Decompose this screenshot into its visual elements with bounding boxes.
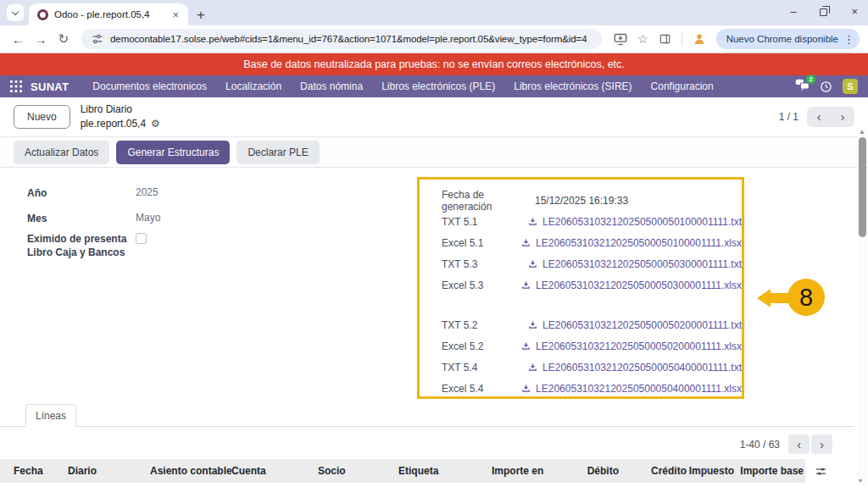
side-panel-icon[interactable]	[659, 33, 671, 45]
file-download-link[interactable]: LE2060531032120250500050100001111.xlsx	[521, 237, 742, 249]
tab-search-button[interactable]	[7, 4, 24, 21]
app-brand[interactable]: SUNAT	[31, 80, 69, 93]
optional-columns-button[interactable]	[805, 459, 837, 483]
window-restore-button[interactable]	[820, 8, 827, 16]
gear-icon[interactable]: ⚙	[151, 117, 160, 131]
messages-button[interactable]: 2	[795, 79, 810, 94]
column-header-socio[interactable]: Socio	[318, 465, 398, 477]
year-label: Año	[27, 186, 136, 200]
address-bar[interactable]: democontable17.solse.pe/web#cids=1&menu_…	[81, 29, 602, 49]
file-download-link[interactable]: LE2060531032120250500050100001111.txt	[528, 216, 742, 228]
list-prev-button[interactable]: ‹	[788, 434, 810, 454]
vertical-scrollbar[interactable]: ▲ ▾	[858, 127, 867, 487]
list-next-button[interactable]: ›	[811, 434, 832, 454]
column-settings-sliders-icon	[815, 466, 827, 477]
file-row: TXT 5.1 LE206053103212025050005010000111…	[442, 211, 742, 232]
actualizar-datos-button[interactable]: Actualizar Datos	[14, 141, 109, 164]
file-download-link[interactable]: LE2060531032120250500050400001111.xlsx	[521, 383, 742, 395]
record-prev-button[interactable]: ‹	[807, 110, 831, 124]
browser-window: Odoo - ple.report.05,4 × + – × ← → ↻ dem…	[0, 0, 868, 487]
column-header-fecha[interactable]: Fecha	[0, 465, 68, 477]
download-icon	[528, 217, 537, 226]
column-header-importe-en-divisa[interactable]: Importe en div...	[492, 465, 547, 477]
file-download-link[interactable]: LE2060531032120250500050200001111.txt	[528, 319, 742, 331]
column-header-cuenta[interactable]: Cuenta	[231, 465, 318, 477]
reload-button[interactable]: ↻	[53, 31, 73, 47]
scrollbar-thumb[interactable]	[859, 137, 866, 237]
column-header-impuesto[interactable]: Impuesto	[687, 465, 734, 477]
nav-item-documentos-electronicos[interactable]: Documentos electronicos	[92, 80, 207, 92]
file-label: TXT 5.2	[442, 319, 528, 331]
declarar-ple-button[interactable]: Declarar PLE	[236, 141, 319, 164]
breadcrumb-record: ple.report.05,4	[81, 117, 146, 131]
file-download-link[interactable]: LE2060531032120250500050300001111.xlsx	[521, 279, 742, 291]
scrollbar-up-icon[interactable]: ▲	[859, 128, 865, 136]
activities-clock-icon[interactable]	[820, 80, 832, 93]
notebook-divider	[0, 426, 854, 427]
month-label: Mes	[27, 212, 136, 225]
file-row: TXT 5.3 LE206053103212025050005030000111…	[442, 253, 742, 274]
new-tab-button[interactable]: +	[197, 8, 205, 22]
user-avatar[interactable]: S	[843, 79, 858, 94]
odoo-favicon-icon	[37, 9, 48, 20]
download-icon	[521, 341, 531, 351]
file-label: TXT 5.3	[442, 258, 528, 270]
breadcrumb: Libro Diario ple.report.05,4 ⚙	[81, 102, 160, 131]
profile-avatar-icon[interactable]	[693, 32, 706, 46]
neutralized-database-banner: Base de datos neutralizada para pruebas:…	[0, 53, 868, 75]
file-download-link[interactable]: LE2060531032120250500050300001111.txt	[528, 258, 742, 270]
tab-close-icon[interactable]: ×	[170, 8, 181, 21]
install-icon[interactable]	[614, 33, 627, 46]
window-close-button[interactable]: ×	[851, 5, 858, 18]
chevron-down-icon	[12, 8, 19, 14]
column-header-diario[interactable]: Diario	[68, 465, 150, 477]
chrome-update-button[interactable]: Nuevo Chrome disponible ⋮	[716, 29, 860, 49]
field-year: Año 2025	[27, 186, 159, 200]
file-download-link[interactable]: LE2060531032120250500050400001111.txt	[528, 362, 742, 374]
file-label: Excel 5.1	[442, 237, 521, 249]
month-value[interactable]: Mayo	[136, 212, 160, 224]
column-header-asiento-contable[interactable]: Asiento contable	[150, 465, 231, 477]
column-header-credito[interactable]: Crédito	[619, 465, 687, 477]
download-icon	[521, 384, 531, 393]
nav-item-datos-nomina[interactable]: Datos nómina	[300, 80, 363, 92]
back-button[interactable]: ←	[8, 32, 28, 47]
record-next-button[interactable]: ›	[831, 110, 854, 124]
tab-lineas[interactable]: Líneas	[25, 404, 76, 427]
browser-tab[interactable]: Odoo - ple.report.05,4 ×	[29, 3, 188, 25]
tune-icon	[92, 33, 103, 45]
control-panel: Nuevo Libro Diario ple.report.05,4 ⚙ 1 /…	[0, 97, 868, 136]
breadcrumb-parent[interactable]: Libro Diario	[81, 102, 160, 117]
nav-item-configuracion[interactable]: Configuracion	[651, 80, 714, 92]
generation-date-row: Fecha de generación 15/12/2025 16:19:33	[442, 190, 742, 211]
column-header-etiqueta[interactable]: Etiqueta	[398, 465, 492, 477]
file-row: Excel 5.2 LE2060531032120250500050200001…	[442, 335, 742, 357]
column-header-importe-base[interactable]: Importe base	[734, 465, 804, 477]
file-label: TXT 5.4	[442, 362, 528, 374]
nav-item-localizacion[interactable]: Localización	[225, 80, 281, 92]
url-text: democontable17.solse.pe/web#cids=1&menu_…	[110, 34, 587, 44]
scrollbar-down-icon[interactable]: ▾	[859, 477, 862, 484]
generation-panel: Fecha de generación 15/12/2025 16:19:33 …	[417, 177, 744, 399]
year-value[interactable]: 2025	[136, 186, 159, 198]
nav-item-libros-sire[interactable]: Libros electrónicos (SIRE)	[514, 80, 632, 92]
download-icon	[521, 238, 531, 247]
window-minimize-button[interactable]: –	[790, 5, 796, 18]
exempt-checkbox[interactable]	[136, 233, 147, 244]
generar-estructuras-button[interactable]: Generar Estructuras	[116, 141, 230, 164]
browser-menu-icon[interactable]: ⋮	[843, 33, 854, 46]
generation-date-value: 15/12/2025 16:19:33	[535, 195, 628, 207]
file-download-link[interactable]: LE2060531032120250500050200001111.xlsx	[521, 340, 742, 352]
forward-button[interactable]: →	[31, 32, 51, 47]
apps-grid-icon[interactable]	[10, 80, 22, 92]
annotation-step-badge: 8	[787, 279, 825, 316]
window-controls: – ×	[790, 5, 858, 18]
nav-item-libros-ple[interactable]: Libros electrónicos (PLE)	[381, 80, 495, 92]
odoo-navbar: SUNAT Documentos electronicos Localizaci…	[0, 75, 868, 97]
file-label: TXT 5.1	[442, 216, 528, 228]
file-group-spacer	[442, 296, 742, 314]
new-record-button[interactable]: Nuevo	[14, 105, 70, 129]
tab-strip: Odoo - ple.report.05,4 × + – ×	[0, 0, 868, 25]
bookmark-star-icon[interactable]: ☆	[637, 32, 648, 46]
column-header-debito[interactable]: Débito	[547, 465, 619, 477]
